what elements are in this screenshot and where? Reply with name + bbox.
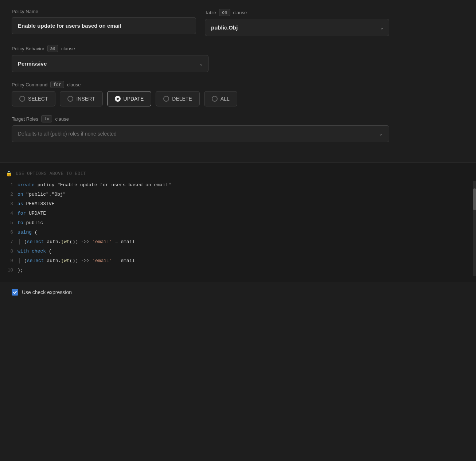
command-delete-label: DELETE	[172, 96, 192, 102]
code-line-2: 2 on "public"."Obj"	[0, 191, 476, 200]
lock-icon: 🔒	[6, 171, 12, 177]
line-content-5: to public	[17, 220, 470, 226]
policy-name-label: Policy Name	[12, 9, 196, 14]
line-num-10: 10	[6, 267, 17, 273]
code-line-4: 4 for UPDATE	[0, 210, 476, 219]
command-insert-radio	[67, 96, 73, 102]
code-line-8: 8 with check (	[0, 247, 476, 257]
policy-behavior-select[interactable]: Permissive Restrictive	[12, 55, 208, 72]
command-update-radio	[115, 96, 121, 102]
code-editor: 🔒 USE OPTIONS ABOVE TO EDIT 1 create pol…	[0, 163, 476, 282]
command-update-label: UPDATE	[124, 96, 144, 102]
line-num-4: 4	[6, 211, 17, 216]
checkbox-check-icon	[13, 290, 17, 294]
table-clause-text: clause	[233, 10, 247, 15]
command-select[interactable]: SELECT	[12, 91, 55, 106]
code-line-10: 10 );	[0, 266, 476, 276]
target-roles-label: Target Roles to clause	[12, 115, 389, 122]
line-content-4: for UPDATE	[17, 211, 470, 216]
command-all-radio	[212, 96, 218, 102]
policy-command-clause-text: clause	[67, 82, 81, 87]
command-insert-label: INSERT	[76, 96, 95, 102]
policy-command-label-text: Policy Command	[12, 82, 47, 87]
table-on-badge: on	[219, 9, 230, 16]
line-content-10: );	[17, 267, 470, 273]
line-content-3: as PERMISSIVE	[17, 201, 470, 207]
line-content-2: on "public"."Obj"	[17, 192, 470, 197]
line-num-6: 6	[6, 230, 17, 235]
command-all-label: ALL	[221, 96, 230, 102]
scrollbar-thumb[interactable]	[473, 188, 476, 210]
policy-name-input[interactable]	[12, 17, 196, 34]
command-radio-group: SELECT INSERT UPDATE DELETE ALL	[12, 91, 389, 106]
table-select[interactable]: public.Obj	[205, 19, 389, 36]
command-select-label: SELECT	[28, 96, 48, 102]
line-content-8: with check (	[17, 249, 470, 254]
line-num-5: 5	[6, 220, 17, 226]
target-roles-clause-text: clause	[55, 116, 69, 122]
code-line-1: 1 create policy "Enable update for users…	[0, 181, 476, 191]
scrollbar-track[interactable]	[473, 181, 476, 276]
code-container: 1 create policy "Enable update for users…	[0, 181, 476, 276]
code-line-3: 3 as PERMISSIVE	[0, 200, 476, 210]
line-content-6: using (	[17, 230, 470, 235]
line-content-9: (select auth.jwt()) ->> 'email' = email	[17, 258, 470, 263]
line-content-7: (select auth.jwt()) ->> 'email' = email	[17, 239, 470, 245]
command-update[interactable]: UPDATE	[107, 91, 152, 106]
target-roles-placeholder: Defaults to all (public) roles if none s…	[18, 131, 117, 137]
policy-behavior-label: Policy Behavior as clause	[12, 45, 389, 52]
target-roles-chevron-icon: ⌄	[379, 131, 383, 137]
use-check-expression-checkbox-wrapper[interactable]: Use check expression	[12, 289, 72, 296]
policy-behavior-label-text: Policy Behavior	[12, 46, 44, 51]
command-insert[interactable]: INSERT	[60, 91, 102, 106]
line-num-7: 7	[6, 239, 17, 245]
line-content-1: create policy "Enable update for users b…	[17, 182, 470, 188]
footer: Use check expression	[0, 282, 476, 303]
policy-name-label-text: Policy Name	[12, 9, 38, 14]
policy-command-for-badge: for	[50, 81, 64, 88]
target-roles-select[interactable]: Defaults to all (public) roles if none s…	[12, 125, 389, 142]
use-check-expression-label: Use check expression	[22, 289, 72, 295]
code-line-6: 6 using (	[0, 228, 476, 238]
code-line-7: 7 (select auth.jwt()) ->> 'email' = emai…	[0, 238, 476, 247]
line-num-2: 2	[6, 192, 17, 197]
line-num-1: 1	[6, 182, 17, 188]
policy-behavior-clause-text: clause	[61, 46, 75, 51]
line-num-9: 9	[6, 258, 17, 263]
command-all[interactable]: ALL	[204, 91, 237, 106]
line-num-8: 8	[6, 249, 17, 254]
target-roles-label-text: Target Roles	[12, 116, 38, 122]
table-label: Table on clause	[205, 9, 389, 16]
line-num-3: 3	[6, 201, 17, 207]
table-label-text: Table	[205, 10, 216, 15]
target-roles-to-badge: to	[41, 115, 52, 122]
table-select-wrapper: public.Obj ⌄	[205, 19, 389, 36]
use-check-expression-checkbox[interactable]	[12, 289, 18, 296]
command-delete-radio	[163, 96, 169, 102]
policy-behavior-select-wrapper: Permissive Restrictive ⌄	[12, 55, 389, 72]
code-header-text: USE OPTIONS ABOVE TO EDIT	[16, 171, 86, 176]
code-header: 🔒 USE OPTIONS ABOVE TO EDIT	[0, 169, 476, 181]
code-line-5: 5 to public	[0, 219, 476, 228]
command-delete[interactable]: DELETE	[156, 91, 199, 106]
policy-command-label: Policy Command for clause	[12, 81, 389, 88]
policy-behavior-as-badge: as	[47, 45, 58, 52]
code-line-9: 9 (select auth.jwt()) ->> 'email' = emai…	[0, 257, 476, 266]
command-select-radio	[19, 96, 25, 102]
